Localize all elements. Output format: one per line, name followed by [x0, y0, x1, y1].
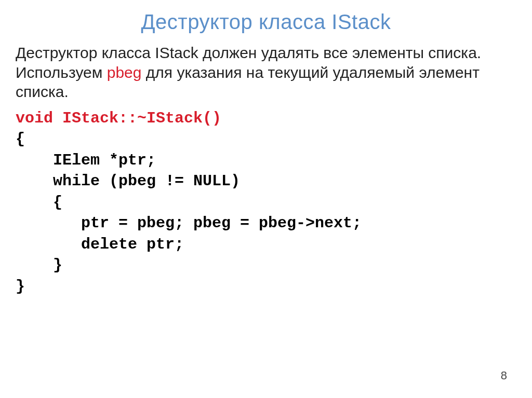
slide: Деструктор класса IStack Деструктор клас… — [0, 0, 532, 398]
code-line-9: } — [16, 278, 25, 295]
slide-title: Деструктор класса IStack — [16, 10, 516, 34]
page-number: 8 — [501, 369, 507, 382]
code-line-7: delete ptr; — [16, 236, 184, 253]
code-line-4: while (pbeg != NULL) — [16, 172, 240, 190]
code-line-2: { — [16, 130, 25, 148]
code-line-8: } — [16, 256, 62, 274]
code-line-5: { — [16, 194, 62, 211]
code-line-6: ptr = pbeg; pbeg = pbeg->next; — [16, 214, 362, 232]
code-block: void IStack::~IStack() { IElem *ptr; whi… — [16, 108, 516, 297]
slide-body-text: Деструктор класса IStack должен удалять … — [16, 43, 516, 102]
body-pbeg-highlight: pbeg — [107, 64, 142, 81]
code-line-3: IElem *ptr; — [16, 152, 156, 169]
code-keyword-void: void — [16, 109, 53, 127]
code-signature: IStack::~IStack() — [53, 109, 221, 127]
